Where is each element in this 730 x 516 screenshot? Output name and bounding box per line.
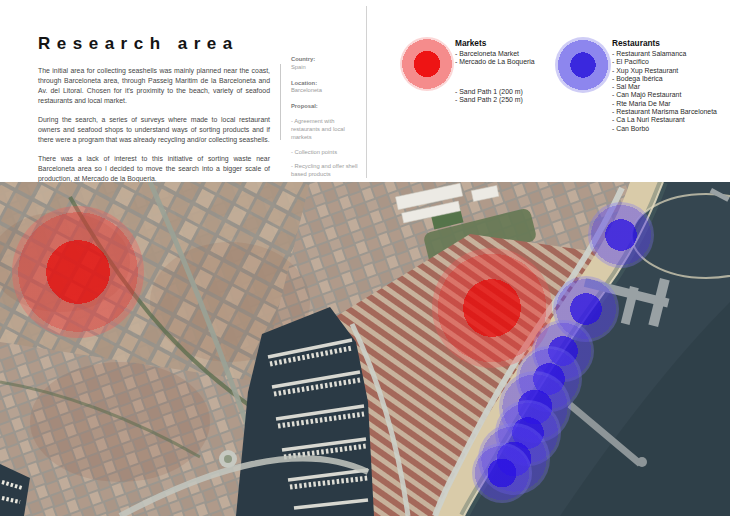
proposal-item: - Agreement with restaurants and local m… bbox=[291, 118, 363, 141]
proposal-item: - Collection points bbox=[291, 149, 363, 157]
markets-legend-items: - Barceloneta Market- Mercado de La Boqu… bbox=[455, 50, 565, 67]
portfolio-page: Research area The initial area for colle… bbox=[0, 0, 730, 516]
legend-item: - Rte Maria De Mar bbox=[612, 100, 727, 108]
restaurants-legend: Restaurants - Restaurant Salamanca- El P… bbox=[612, 38, 727, 133]
intro-paragraph: The initial area for collecting seashell… bbox=[38, 66, 270, 106]
divider-vertical-tall bbox=[366, 6, 367, 178]
restaurant-heat-icon bbox=[555, 37, 611, 93]
legend-item: - Bodega Ibérica bbox=[612, 75, 727, 83]
legend-item: - Sand Path 2 (250 m) bbox=[455, 96, 565, 104]
market-heat-icon bbox=[400, 37, 454, 91]
intro-paragraph: During the search, a series of surveys w… bbox=[38, 115, 270, 145]
header-section: Research area The initial area for colle… bbox=[0, 0, 730, 182]
divider-vertical-short bbox=[280, 64, 281, 140]
details-column: Country: Spain Location: Barceloneta Pro… bbox=[291, 56, 363, 179]
legend-item: - Restaurant Salamanca bbox=[612, 50, 727, 58]
legend-item: - Mercado de La Boqueria bbox=[455, 58, 565, 66]
satellite-map bbox=[0, 182, 730, 516]
legend-item: - Xup Xup Restaurant bbox=[612, 67, 727, 75]
intro-paragraph: There was a lack of interest to this ini… bbox=[38, 154, 270, 184]
legend-item: - El Pacífico bbox=[612, 58, 727, 66]
legend-item: - Sal Mar bbox=[612, 83, 727, 91]
page-title: Research area bbox=[38, 34, 239, 54]
legend-item: - Ca La Nuri Restaurant bbox=[612, 116, 727, 124]
markets-legend: Markets - Barceloneta Market- Mercado de… bbox=[455, 38, 565, 104]
legend-item: - Can Majó Restaurant bbox=[612, 91, 727, 99]
intro-paragraphs: The initial area for collecting seashell… bbox=[38, 66, 270, 193]
map-section bbox=[0, 182, 730, 516]
proposal-label: Proposal: bbox=[291, 103, 363, 111]
legend-item: - Can Borbó bbox=[612, 125, 727, 133]
markets-legend-title: Markets bbox=[455, 38, 565, 48]
proposal-item: - Recycling and offer shell based produc… bbox=[291, 163, 363, 179]
location-value: Barceloneta bbox=[291, 87, 363, 95]
country-label: Country: bbox=[291, 56, 363, 64]
legend-item: - Restaurant Marisma Barceloneta bbox=[612, 108, 727, 116]
country-value: Spain bbox=[291, 64, 363, 72]
legend-item: - Sand Path 1 (200 m) bbox=[455, 88, 565, 96]
proposal-items: - Agreement with restaurants and local m… bbox=[291, 118, 363, 179]
restaurants-legend-items: - Restaurant Salamanca- El Pacífico- Xup… bbox=[612, 50, 727, 133]
sand-path-items: - Sand Path 1 (200 m)- Sand Path 2 (250 … bbox=[455, 88, 565, 105]
location-label: Location: bbox=[291, 80, 363, 88]
restaurants-legend-title: Restaurants bbox=[612, 38, 727, 48]
legend-item: - Barceloneta Market bbox=[455, 50, 565, 58]
